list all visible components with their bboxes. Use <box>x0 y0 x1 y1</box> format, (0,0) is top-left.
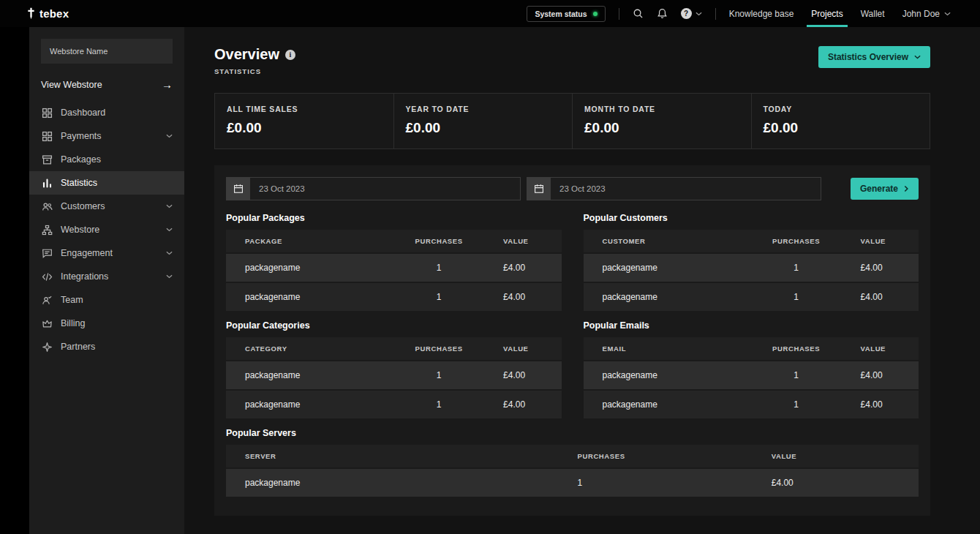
sidebar: Webstore Name View Webstore → DashboardP… <box>29 27 184 534</box>
table-title: Popular Customers <box>584 213 919 223</box>
table-cell: packagename <box>226 469 559 497</box>
column-header: EMAIL <box>584 337 751 360</box>
divider <box>715 8 716 20</box>
sidebar-item-engagement[interactable]: Engagement <box>29 241 184 265</box>
table-cell: £4.00 <box>484 391 561 418</box>
table-row: packagename1£4.00 <box>226 469 919 497</box>
sidebar-item-customers[interactable]: Customers <box>29 195 184 218</box>
table-title: Popular Categories <box>226 320 562 331</box>
topbar: tebex System status ? Knowledge base Pro… <box>0 0 980 27</box>
table-cell: 1 <box>559 469 753 497</box>
table-cell: 1 <box>751 283 842 311</box>
column-header: VALUE <box>842 337 919 360</box>
table-header-row: CUSTOMERPURCHASESVALUE <box>584 230 919 252</box>
stat-year-to-date: YEAR TO DATE £0.00 <box>393 94 573 148</box>
sidebar-item-webstore[interactable]: Webstore <box>29 218 184 241</box>
chevron-down-icon <box>914 55 921 59</box>
sidebar-menu: DashboardPaymentsPackagesStatisticsCusto… <box>29 101 184 358</box>
integrations-icon <box>41 271 53 282</box>
sidebar-item-payments[interactable]: Payments <box>29 124 184 148</box>
chevron-down-icon <box>166 251 173 255</box>
table-cell: 1 <box>393 254 484 282</box>
team-icon <box>41 294 53 306</box>
sidebar-item-statistics[interactable]: Statistics <box>29 171 184 195</box>
table-header-row: CATEGORYPURCHASESVALUE <box>226 337 562 360</box>
table-row: packagename1£4.00 <box>226 361 562 389</box>
chevron-right-icon <box>904 185 909 192</box>
table-cell: £4.00 <box>842 391 919 418</box>
table-row: packagename1£4.00 <box>584 283 919 311</box>
calendar-icon <box>227 178 250 200</box>
table-row: packagename1£4.00 <box>584 254 919 282</box>
table-cell: packagename <box>584 254 751 282</box>
search-icon[interactable] <box>633 8 644 19</box>
engagement-icon <box>41 247 53 259</box>
tebex-cross-icon <box>26 7 36 20</box>
table-popular-packages: Popular PackagesPACKAGEPURCHASESVALUEpac… <box>226 203 562 311</box>
column-header: PURCHASES <box>751 230 842 252</box>
statistics-panel: 23 Oct 2023 23 Oct 2023 Generate Popular… <box>214 165 930 516</box>
tebex-logo[interactable]: tebex <box>26 0 69 27</box>
column-header: CATEGORY <box>226 337 393 360</box>
column-header: VALUE <box>484 230 561 252</box>
sidebar-item-integrations[interactable]: Integrations <box>29 265 184 288</box>
column-header: PURCHASES <box>559 445 753 467</box>
date-to-input[interactable]: 23 Oct 2023 <box>527 177 821 200</box>
table-row: packagename1£4.00 <box>584 391 919 418</box>
table-cell: 1 <box>751 361 842 389</box>
table-title: Popular Emails <box>584 320 919 331</box>
nav-projects[interactable]: Projects <box>811 0 843 27</box>
table-cell: packagename <box>584 361 751 389</box>
status-green-dot-icon <box>593 12 598 16</box>
help-menu[interactable]: ? <box>681 8 702 19</box>
table-popular-customers: Popular CustomersCUSTOMERPURCHASESVALUEp… <box>584 203 919 311</box>
statistics-icon <box>41 177 53 189</box>
column-header: VALUE <box>753 445 919 467</box>
table-cell: 1 <box>393 391 484 418</box>
webstore-name-field: Webstore Name <box>41 39 173 64</box>
sidebar-item-packages[interactable]: Packages <box>29 148 184 171</box>
column-header: PACKAGE <box>226 230 393 252</box>
nav-user-menu[interactable]: John Doe <box>902 0 951 27</box>
topnav: Knowledge base Projects Wallet John Doe <box>729 0 951 27</box>
table-cell: packagename <box>226 283 393 311</box>
table-cell: packagename <box>226 391 393 418</box>
table-cell: packagename <box>226 361 393 389</box>
sidebar-item-billing[interactable]: Billing <box>29 312 184 335</box>
notifications-bell-icon[interactable] <box>657 8 668 19</box>
view-webstore-link[interactable]: View Webstore → <box>41 78 173 91</box>
column-header: VALUE <box>842 230 919 252</box>
main-content: Overview i STATISTICS Statistics Overvie… <box>184 27 980 534</box>
table-cell: packagename <box>584 283 751 311</box>
logo-text: tebex <box>39 7 69 20</box>
info-icon[interactable]: i <box>285 50 295 60</box>
stat-today: TODAY £0.00 <box>751 94 930 148</box>
arrow-right-icon: → <box>162 78 173 91</box>
system-status-pill[interactable]: System status <box>527 6 605 22</box>
customers-icon <box>41 200 53 212</box>
chevron-down-icon <box>696 12 702 16</box>
table-row: packagename1£4.00 <box>584 361 919 389</box>
sidebar-item-team[interactable]: Team <box>29 288 184 312</box>
partners-icon <box>41 341 53 353</box>
billing-icon <box>41 317 53 329</box>
sidebar-item-dashboard[interactable]: Dashboard <box>29 101 184 124</box>
table-header-row: PACKAGEPURCHASESVALUE <box>226 230 562 252</box>
table-cell: 1 <box>393 283 484 311</box>
table-cell: £4.00 <box>842 283 919 311</box>
divider <box>619 8 619 20</box>
generate-button[interactable]: Generate <box>851 178 919 200</box>
nav-wallet[interactable]: Wallet <box>861 0 885 27</box>
left-gutter <box>0 27 29 534</box>
sidebar-item-partners[interactable]: Partners <box>29 335 184 358</box>
nav-knowledge-base[interactable]: Knowledge base <box>729 0 794 27</box>
help-icon: ? <box>681 8 692 19</box>
statistics-overview-button[interactable]: Statistics Overview <box>818 46 930 68</box>
table-title: Popular Servers <box>226 428 919 438</box>
table-row: packagename1£4.00 <box>226 283 562 311</box>
table-header-row: EMAILPURCHASESVALUE <box>584 337 919 360</box>
table-cell: £4.00 <box>842 361 919 389</box>
date-from-input[interactable]: 23 Oct 2023 <box>226 177 521 200</box>
table-cell: packagename <box>584 391 751 418</box>
table-popular-servers: Popular ServersSERVERPURCHASESVALUEpacka… <box>226 428 919 497</box>
